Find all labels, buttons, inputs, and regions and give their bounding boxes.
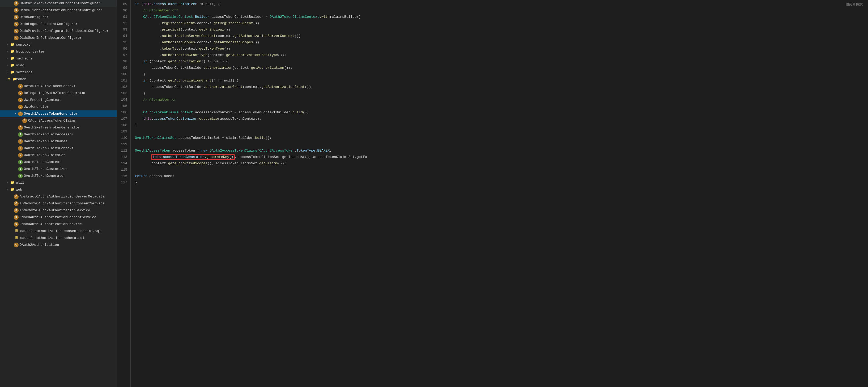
line-number: 91 xyxy=(117,14,127,20)
code-line: // @formatter:off xyxy=(135,7,868,14)
code-line: } xyxy=(135,90,868,97)
item-label: http.converter xyxy=(16,49,45,55)
code-line: this.accessTokenGenerator.generateKey(),… xyxy=(135,154,868,160)
item-label: DelegatingOAuth2TokenGenerator xyxy=(24,90,86,96)
item-icon: C xyxy=(18,91,23,96)
code-line: .principal(context.getPrincipal()) xyxy=(135,27,868,33)
item-icon: 🗄 xyxy=(14,229,19,233)
tree-item[interactable]: 🗄oauth2-authorization-consent-schema.sql xyxy=(0,228,117,235)
item-icon: 📁 xyxy=(9,70,15,75)
item-label: OAuth2TokenClaimAccessor xyxy=(24,132,73,137)
tree-item[interactable]: COAuth2TokenRevocationEndpointConfigurer xyxy=(0,0,117,7)
tree-item[interactable]: IOAuth2TokenGenerator xyxy=(0,172,117,180)
tree-item[interactable]: CJdbcOAuth2AuthorizationConsentService xyxy=(0,214,117,221)
item-icon: 📁 xyxy=(9,187,15,192)
item-label: JdbcOAuth2AuthorizationService xyxy=(20,221,82,227)
item-label: OAuth2TokenContext xyxy=(24,159,61,165)
tree-item[interactable]: CDefaultOAuth2TokenContext xyxy=(0,83,117,90)
line-number: 90 xyxy=(117,7,127,14)
tree-item[interactable]: ›📁context xyxy=(0,41,117,48)
item-label: JwtGenerator xyxy=(24,104,49,110)
line-number: 98 xyxy=(117,58,127,65)
code-line: accessTokenContextBuilder.authorizationG… xyxy=(135,84,868,90)
item-icon: C xyxy=(14,22,19,27)
tree-item[interactable]: CJwtGenerator xyxy=(0,103,117,110)
line-number: 101 xyxy=(117,77,127,84)
item-icon: C xyxy=(18,111,23,116)
item-icon: 📁 xyxy=(9,181,15,185)
tree-item[interactable]: CDelegatingOAuth2TokenGenerator xyxy=(0,90,117,97)
item-icon: C xyxy=(18,98,23,102)
expand-arrow: ▾ xyxy=(14,111,18,117)
tree-item[interactable]: COidcConfigurer xyxy=(0,14,117,21)
tree-item[interactable]: COAuth2TokenClaimNames xyxy=(0,138,117,145)
item-label: OidcProviderConfigurationEndpointConfigu… xyxy=(20,28,108,34)
tree-item[interactable]: COidcClientRegistrationEndpointConfigure… xyxy=(0,7,117,14)
tree-item[interactable]: CJwtEncodingContext xyxy=(0,97,117,103)
line-number: 97 xyxy=(117,52,127,58)
tree-item[interactable]: ▾▼ 📁token xyxy=(0,76,117,83)
item-icon: 📁 xyxy=(9,50,15,54)
tree-item[interactable]: COAuth2TokenClaimsSet xyxy=(0,152,117,159)
tree-item[interactable]: ›📁settings xyxy=(0,69,117,76)
item-icon: C xyxy=(14,36,19,40)
tree-item[interactable]: IOAuth2TokenCustomizer xyxy=(0,166,117,172)
tree-item[interactable]: COidcProviderConfigurationEndpointConfig… xyxy=(0,28,117,34)
item-label: jackson2 xyxy=(16,56,32,62)
item-label: OAuth2TokenGenerator xyxy=(24,173,65,179)
code-line xyxy=(135,128,868,135)
expand-arrow: › xyxy=(5,42,9,48)
code-content: if (this.accessTokenCustomizer != null) … xyxy=(131,0,868,387)
line-number: 107 xyxy=(117,116,127,122)
code-line: .authorizedScopes(context.getAuthorizedS… xyxy=(135,39,868,46)
tree-item[interactable]: ›📁jackson2 xyxy=(0,55,117,62)
tree-item[interactable]: COAuth2RefreshTokenGenerator xyxy=(0,124,117,131)
item-icon: C xyxy=(18,139,23,144)
tree-item[interactable]: COAuth2AccessTokenClaims xyxy=(0,117,117,124)
item-icon: C xyxy=(14,194,19,199)
tree-item[interactable]: ›📁http.converter xyxy=(0,48,117,55)
tree-item[interactable]: ›📁oidc xyxy=(0,62,117,69)
item-icon: C xyxy=(22,118,27,123)
tree-item[interactable]: COidcLogoutEndpointConfigurer xyxy=(0,21,117,28)
tree-item[interactable]: COidcUserInfoEndpointConfigurer xyxy=(0,34,117,41)
item-label: InMemoryOAuth2AuthorizationService xyxy=(20,207,90,214)
tree-item[interactable]: IOAuth2TokenContext xyxy=(0,159,117,166)
line-number: 110 xyxy=(117,135,127,141)
tree-item[interactable]: ›📁web xyxy=(0,186,117,193)
tree-item[interactable]: CAbstractOAuth2AuthorizationServerMetada… xyxy=(0,193,117,200)
item-label: AbstractOAuth2AuthorizationServerMetadat… xyxy=(20,194,105,200)
tree-item[interactable]: COAuth2TokenClaimsContext xyxy=(0,145,117,152)
line-number: 108 xyxy=(117,122,127,128)
item-label: OAuth2TokenRevocationEndpointConfigurer xyxy=(20,1,100,6)
line-number: 102 xyxy=(117,84,127,90)
tree-item[interactable]: COAuth2Authorization xyxy=(0,241,117,249)
line-number: 115 xyxy=(117,167,127,173)
code-line: return accessToken; xyxy=(135,173,868,180)
tree-item[interactable]: CInMemoryOAuth2AuthorizationService xyxy=(0,207,117,214)
item-label: OidcConfigurer xyxy=(20,14,49,20)
file-tree[interactable]: COAuth2TokenRevocationEndpointConfigurer… xyxy=(0,0,117,387)
tree-item[interactable]: IOAuth2TokenClaimAccessor xyxy=(0,131,117,138)
tree-item[interactable]: CInMemoryOAuth2AuthorizationConsentServi… xyxy=(0,200,117,207)
code-line: this.accessTokenCustomizer.customize(acc… xyxy=(135,116,868,122)
reader-mode-button[interactable]: 阅读器模式 xyxy=(845,2,863,7)
expand-arrow: › xyxy=(5,69,9,75)
code-line: } xyxy=(135,122,868,128)
expand-arrow: › xyxy=(5,187,9,193)
code-line: accessTokenContextBuilder.authorization(… xyxy=(135,65,868,71)
line-number: 96 xyxy=(117,46,127,52)
line-number: 95 xyxy=(117,39,127,46)
tree-item[interactable]: ▾COAuth2AccessTokenGenerator xyxy=(0,110,117,117)
code-line xyxy=(135,103,868,109)
expand-arrow: › xyxy=(5,63,9,68)
line-number: 94 xyxy=(117,33,127,39)
item-icon: C xyxy=(18,125,23,130)
tree-item[interactable]: 🗄oauth2-authorization-schema.sql xyxy=(0,235,117,241)
tree-item[interactable]: CJdbcOAuth2AuthorizationService xyxy=(0,221,117,228)
code-line xyxy=(135,167,868,173)
item-icon: 📁 xyxy=(9,42,15,47)
tree-item[interactable]: ›📁util xyxy=(0,180,117,186)
item-icon: 📁 xyxy=(9,56,15,61)
item-label: DefaultOAuth2TokenContext xyxy=(24,83,76,89)
